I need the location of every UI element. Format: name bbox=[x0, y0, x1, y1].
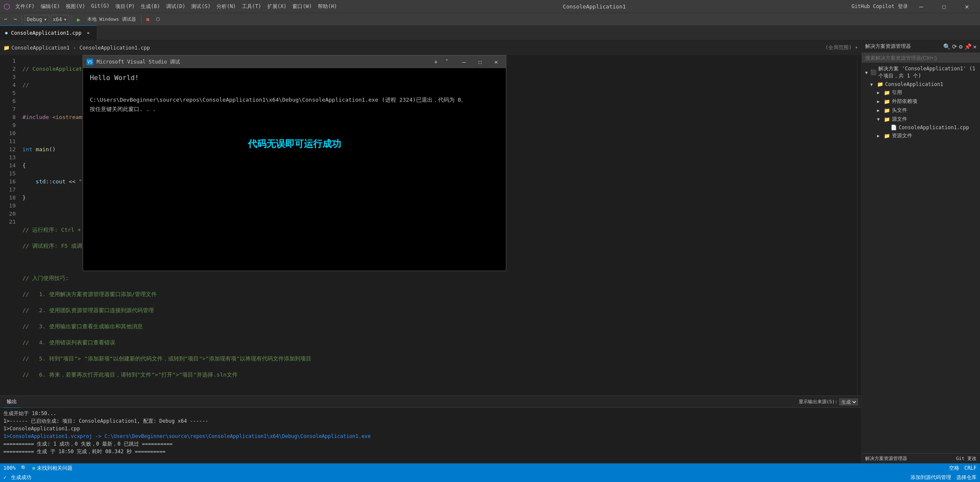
solution-explorer-header: 解决方案资源管理器 🔍 ⟳ ⚙ 📌 ✕ bbox=[862, 40, 980, 53]
breadcrumb-dropdown: (全局范围) ▾ bbox=[825, 44, 858, 51]
spaces-indicator[interactable]: 空格 bbox=[949, 465, 959, 472]
status-left: 100% 🔍 ● 未找到相关问题 bbox=[3, 465, 72, 472]
menu-window[interactable]: 窗口(W) bbox=[292, 3, 312, 10]
output-source-select[interactable]: 生成 bbox=[839, 399, 858, 405]
run-button[interactable]: ▶ bbox=[75, 15, 83, 24]
zoom-value: 100% bbox=[3, 465, 16, 471]
git-changes-tab[interactable]: Git 更改 bbox=[956, 455, 977, 462]
vs-logo: ⬡ bbox=[3, 2, 10, 11]
references-icon: 📁 bbox=[884, 90, 890, 96]
crlf-indicator[interactable]: CRLF bbox=[964, 465, 977, 471]
debug-minimize-button[interactable]: — bbox=[458, 55, 470, 68]
tab-close-button[interactable]: ✕ bbox=[85, 30, 92, 36]
stop-button[interactable]: ■ bbox=[144, 15, 152, 24]
debug-success-area: 代码无误即可运行成功 bbox=[90, 139, 499, 149]
tab-label: ConsoleApplication1.cpp bbox=[11, 30, 81, 36]
solution-sync-icon[interactable]: ⟳ bbox=[952, 43, 957, 50]
no-issues-indicator[interactable]: ● 未找到相关问题 bbox=[32, 465, 72, 472]
zoom-level[interactable]: 100% bbox=[3, 465, 16, 471]
debug-add-tab[interactable]: + bbox=[432, 58, 440, 66]
redo-button[interactable]: ↪ bbox=[11, 15, 19, 24]
bottom-bar-right: 添加到源代码管理 选择仓库 bbox=[911, 474, 977, 481]
ext-deps-arrow: ▶ bbox=[877, 99, 882, 104]
no-issues-label: 未找到相关问题 bbox=[37, 465, 72, 472]
output-line-6: ========== 生成 于 18:50 完成，耗时 08.342 秒 ===… bbox=[3, 448, 858, 455]
project-item[interactable]: ▼ 📁 ConsoleApplication1 bbox=[862, 80, 980, 88]
menu-debug[interactable]: 调试(D) bbox=[166, 3, 186, 10]
output-content: 生成开始于 18:50... 1>------ 已启动生成: 项目: Conso… bbox=[0, 408, 861, 463]
breadcrumb-file[interactable]: ConsoleApplication1.cpp bbox=[80, 45, 150, 51]
solution-explorer-tab[interactable]: 解决方案资源管理器 bbox=[865, 455, 907, 462]
cpp-file-item[interactable]: ▶ 📄 ConsoleApplication1.cpp bbox=[862, 124, 980, 131]
header-files-arrow: ▶ bbox=[877, 108, 882, 113]
github-copilot-label[interactable]: GitHub Copilot bbox=[852, 3, 894, 9]
add-source-control-button[interactable]: 添加到源代码管理 bbox=[911, 474, 951, 481]
solution-explorer-title: 解决方案资源管理器 bbox=[865, 43, 911, 50]
app-title-text: ConsoleApplication1 bbox=[563, 3, 626, 10]
menu-git[interactable]: Git(G) bbox=[91, 3, 109, 10]
solution-pin-icon[interactable]: 📌 bbox=[964, 43, 972, 50]
toolbar-separator-2 bbox=[72, 16, 72, 23]
project-icon: 📁 bbox=[877, 81, 883, 87]
debug-dropdown[interactable]: ˅ bbox=[443, 58, 451, 66]
login-button[interactable]: 登录 bbox=[898, 3, 908, 10]
menu-test[interactable]: 测试(S) bbox=[191, 3, 211, 10]
minimize-button[interactable]: — bbox=[911, 0, 931, 13]
output-link[interactable]: 1>ConsoleApplication1.vcxproj -> C:\User… bbox=[3, 433, 371, 439]
debug-title-bar: VS Microsoft Visual Studio 调试 + ˅ — ☐ ✕ bbox=[83, 55, 506, 68]
header-files-item[interactable]: ▶ 📁 头文件 bbox=[862, 106, 980, 115]
resource-files-item[interactable]: ▶ 📁 资源文件 bbox=[862, 131, 980, 140]
run-label[interactable]: 本地 Windows 调试器 bbox=[85, 15, 139, 24]
references-arrow: ▶ bbox=[877, 90, 882, 95]
solution-search-icon[interactable]: 🔍 bbox=[943, 43, 950, 50]
select-repo-button[interactable]: 选择仓库 bbox=[956, 474, 977, 481]
menu-view[interactable]: 视图(V) bbox=[66, 3, 85, 10]
menu-help[interactable]: 帮助(H) bbox=[318, 3, 337, 10]
menu-edit[interactable]: 编辑(E) bbox=[41, 3, 60, 10]
external-deps-item[interactable]: ▶ 📁 外部依赖项 bbox=[862, 97, 980, 106]
build-icon: ✓ bbox=[3, 474, 6, 480]
debug-maximize-button[interactable]: ☐ bbox=[474, 55, 486, 68]
debug-config-dropdown[interactable]: Debug ▾ bbox=[25, 15, 49, 24]
maximize-button[interactable]: ☐ bbox=[934, 0, 954, 13]
zoom-icon[interactable]: 🔍 bbox=[21, 465, 27, 471]
toolbar: ↩ ↪ Debug ▾ x64 ▾ ▶ 本地 Windows 调试器 ■ ⬡ bbox=[0, 13, 980, 25]
attach-button[interactable]: ⬡ bbox=[153, 15, 163, 24]
status-bar: 100% 🔍 ● 未找到相关问题 空格 CRLF bbox=[0, 463, 980, 473]
close-button[interactable]: ✕ bbox=[957, 0, 977, 13]
solution-root-arrow: ▼ bbox=[865, 70, 869, 75]
solution-search-input[interactable] bbox=[865, 55, 977, 61]
source-files-item[interactable]: ▼ 📁 源文件 bbox=[862, 115, 980, 124]
output-tab[interactable]: 输出 bbox=[3, 396, 20, 408]
menu-tools[interactable]: 工具(T) bbox=[242, 3, 261, 10]
menu-build[interactable]: 生成(B) bbox=[141, 3, 160, 10]
menu-project[interactable]: 项目(P) bbox=[115, 3, 135, 10]
menu-analyze[interactable]: 分析(N) bbox=[217, 3, 236, 10]
debug-close-button[interactable]: ✕ bbox=[490, 55, 502, 68]
editor-scrollbar[interactable] bbox=[857, 55, 861, 396]
source-files-arrow: ▼ bbox=[877, 117, 882, 122]
no-issues-icon: ● bbox=[32, 465, 35, 471]
output-line-5: ========== 生成: 1 成功，0 失败，0 最新，0 已跳过 ====… bbox=[3, 440, 858, 448]
tab-cpp-file[interactable]: ● ConsoleApplication1.cpp ✕ bbox=[0, 25, 97, 40]
solution-search-box[interactable] bbox=[862, 53, 980, 63]
solution-settings-icon[interactable]: ⚙ bbox=[959, 43, 962, 50]
code-editor[interactable]: 1 2 3 4 5 6 7 8 9 10 11 12 13 14 15 16 1… bbox=[0, 55, 861, 396]
cpp-file-icon: 📄 bbox=[891, 125, 897, 130]
menu-file[interactable]: 文件(F) bbox=[15, 3, 35, 10]
solution-root-item[interactable]: ▼ ⬛ 解决方案 'ConsoleApplication1' (1 个项目，共 … bbox=[862, 64, 980, 80]
title-bar-left: ⬡ 文件(F) 编辑(E) 视图(V) Git(G) 项目(P) 生成(B) 调… bbox=[3, 2, 337, 11]
references-item[interactable]: ▶ 📁 引用 bbox=[862, 88, 980, 97]
undo-button[interactable]: ↩ bbox=[2, 15, 10, 24]
title-bar: ⬡ 文件(F) 编辑(E) 视图(V) Git(G) 项目(P) 生成(B) 调… bbox=[0, 0, 980, 13]
solution-toolbar: 🔍 ⟳ ⚙ 📌 ✕ bbox=[943, 43, 977, 50]
solution-root-icon: ⬛ bbox=[870, 69, 877, 75]
source-files-icon: 📁 bbox=[884, 116, 890, 122]
platform-dropdown[interactable]: x64 ▾ bbox=[51, 15, 69, 24]
solution-close-icon[interactable]: ✕ bbox=[973, 43, 977, 50]
status-right: 空格 CRLF bbox=[949, 465, 977, 472]
toolbar-separator-3 bbox=[141, 16, 142, 23]
debug-prompt-text: 按任意键关闭此窗口. . . bbox=[90, 105, 499, 114]
menu-extensions[interactable]: 扩展(X) bbox=[267, 3, 287, 10]
output-line-2: 1>------ 已启动生成: 项目: ConsoleApplication1,… bbox=[3, 417, 858, 425]
